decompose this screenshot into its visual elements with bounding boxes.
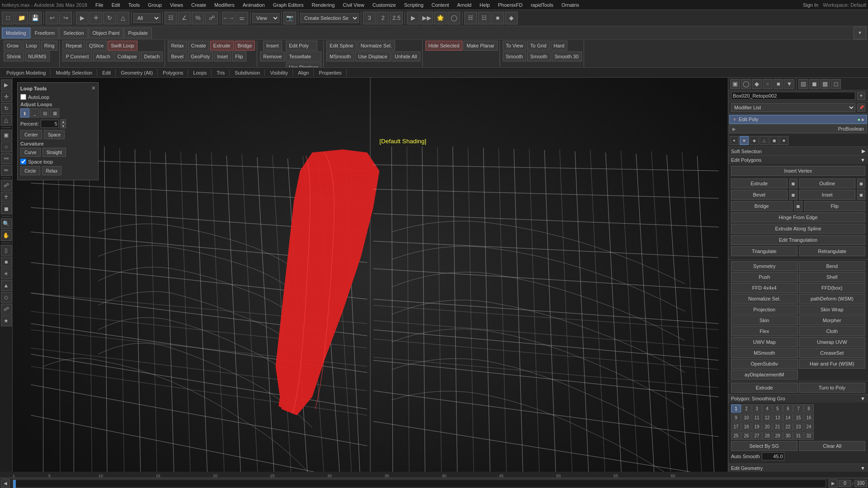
sg-btn-29[interactable]: 29: [773, 432, 783, 440]
object-name-input[interactable]: [731, 92, 855, 100]
msmooth-rp-btn[interactable]: MSmooth: [731, 348, 798, 358]
percent-up[interactable]: ▲: [61, 119, 66, 124]
rp-icon4[interactable]: ▫: [763, 79, 773, 89]
adj-icon-3[interactable]: ▤: [40, 108, 49, 117]
repeat-btn[interactable]: Repeat: [62, 41, 85, 51]
shell-btn[interactable]: Shell: [799, 272, 866, 282]
reference-dropdown[interactable]: All: [133, 13, 160, 23]
tab-freeform[interactable]: Freeform: [31, 28, 59, 38]
shape-tool[interactable]: ■: [1, 257, 12, 267]
menu-tools[interactable]: Tools: [125, 1, 144, 9]
spinner-snap-btn[interactable]: ☍: [205, 12, 218, 24]
stack-proboolean[interactable]: ▶ ProBoolean: [729, 124, 867, 133]
modifier-list-dropdown[interactable]: Modifier List: [731, 103, 855, 112]
cmd-icon2[interactable]: ■: [740, 136, 749, 145]
remove-btn[interactable]: Remove: [260, 52, 285, 61]
viewport-scene[interactable]: Perspective: [13, 78, 728, 472]
inset-rp-btn[interactable]: Inset: [799, 190, 856, 200]
msmooth-tb-btn[interactable]: MSmooth: [326, 52, 354, 61]
displacement-btn[interactable]: ayDisplacementM: [731, 370, 798, 380]
relax-btn[interactable]: Relax: [168, 41, 187, 51]
adj-icon-1[interactable]: ▮: [20, 108, 29, 117]
stack-edit-poly[interactable]: ▼ Edit Poly ● ■: [729, 115, 867, 124]
smooth30-btn[interactable]: Smooth 30: [552, 52, 582, 61]
cat-subdivision[interactable]: Subdivision: [230, 69, 265, 76]
extrude-settings-btn[interactable]: ■: [789, 178, 797, 188]
inset-settings-btn[interactable]: ■: [857, 190, 865, 200]
unlink-tool[interactable]: ♰: [1, 192, 12, 202]
bevel-rp-btn[interactable]: Bevel: [731, 190, 788, 200]
scale-tool[interactable]: △: [1, 115, 12, 126]
cat-align[interactable]: Align: [293, 69, 314, 76]
cat-edit[interactable]: Edit: [98, 69, 116, 76]
menu-civil-view[interactable]: Civil View: [339, 1, 368, 9]
rp-icon5[interactable]: ■: [774, 79, 783, 89]
menu-phoenixfd[interactable]: PhoenixFD: [494, 1, 526, 9]
insert-vertex-btn[interactable]: Insert Vertex: [731, 166, 865, 176]
cmd-icon4[interactable]: △: [760, 136, 769, 145]
sg-btn-22[interactable]: 22: [783, 422, 793, 431]
sg-btn-24[interactable]: 24: [804, 422, 814, 431]
sg-btn-12[interactable]: 12: [762, 413, 772, 422]
symmetry-btn[interactable]: Symmetry: [731, 261, 798, 271]
sg-btn-1[interactable]: 1: [731, 404, 741, 413]
rotate-tool[interactable]: ↻: [1, 103, 12, 114]
p-connect-btn[interactable]: P Connect: [62, 52, 92, 61]
scene-explorer-btn[interactable]: ☷: [478, 12, 491, 24]
layer-manager-btn[interactable]: ☵: [464, 12, 477, 24]
rp-icon2[interactable]: ◯: [741, 79, 751, 89]
tab-selection[interactable]: Selection: [59, 28, 88, 38]
menu-views[interactable]: Views: [166, 1, 187, 9]
circ-select[interactable]: ○: [1, 141, 12, 152]
create-geo-btn[interactable]: Create: [188, 41, 209, 51]
cameras-tool[interactable]: ▲: [1, 280, 12, 291]
grow-btn[interactable]: Grow: [4, 41, 22, 51]
detach-tb-btn[interactable]: Detach: [141, 52, 163, 61]
sg-btn-21[interactable]: 21: [773, 422, 783, 431]
menu-ornatrix[interactable]: Ornatrix: [558, 1, 583, 9]
to-view-btn[interactable]: To View: [503, 41, 526, 51]
cloth-btn[interactable]: Cloth: [799, 326, 866, 336]
tl-prev-btn[interactable]: ◀: [1, 479, 10, 488]
cat-polygons[interactable]: Polygons: [158, 69, 188, 76]
open-btn[interactable]: 📁: [15, 12, 28, 24]
paint-select[interactable]: ✏: [1, 165, 12, 176]
outline-btn[interactable]: Outline: [799, 178, 856, 188]
geodely-btn[interactable]: GeoPoly: [188, 52, 213, 61]
ffd4x4-btn[interactable]: FFD 4x4x4: [731, 283, 798, 293]
object-props-btn[interactable]: ▼: [857, 92, 865, 100]
normalize-btn[interactable]: Normalze Sel.: [358, 41, 395, 51]
sg-btn-23[interactable]: 23: [793, 422, 803, 431]
cmd-icon1[interactable]: ●: [730, 136, 739, 145]
helpers-tool[interactable]: ◇: [1, 292, 12, 303]
sg-btn-14[interactable]: 14: [783, 413, 793, 422]
select-tool[interactable]: ▶: [1, 80, 12, 90]
unhide-btn[interactable]: Unhide All: [392, 52, 420, 61]
attach-tb-btn[interactable]: Attach: [93, 52, 113, 61]
menu-animation[interactable]: Animation: [239, 1, 269, 9]
rect-select[interactable]: ▣: [1, 130, 12, 141]
percent-snap-btn[interactable]: %: [192, 12, 204, 24]
sg-btn-20[interactable]: 20: [762, 422, 772, 431]
snap-btn[interactable]: ☷: [165, 12, 177, 24]
cat-properties[interactable]: Properties: [314, 69, 346, 76]
sg-btn-2[interactable]: 2: [741, 404, 751, 413]
view-dropdown[interactable]: View: [252, 13, 279, 23]
extrude-rp-btn[interactable]: Extrude: [731, 178, 788, 188]
material-editor-btn[interactable]: ◯: [448, 12, 460, 24]
cmd-icon6[interactable]: ■: [779, 136, 788, 145]
smooth-tb-btn2[interactable]: Smooth: [527, 52, 551, 61]
menu-rendering[interactable]: Rendering: [308, 1, 339, 9]
move-tool[interactable]: ✛: [1, 91, 12, 102]
sg-btn-18[interactable]: 18: [741, 422, 751, 431]
tessellate-btn[interactable]: Tessellate: [286, 52, 321, 61]
link-tool[interactable]: ☍: [1, 180, 12, 191]
relax-lt-btn[interactable]: Relax: [42, 166, 62, 175]
undo-btn[interactable]: ↩: [46, 12, 58, 24]
cmd-icon3[interactable]: ◆: [750, 136, 759, 145]
menu-edit[interactable]: Edit: [108, 1, 124, 9]
sg-btn-17[interactable]: 17: [731, 422, 741, 431]
smooth-tb-btn1[interactable]: Smooth: [503, 52, 526, 61]
zoom-tool[interactable]: 🔍: [1, 218, 12, 229]
outline-settings-btn[interactable]: ■: [857, 178, 865, 188]
